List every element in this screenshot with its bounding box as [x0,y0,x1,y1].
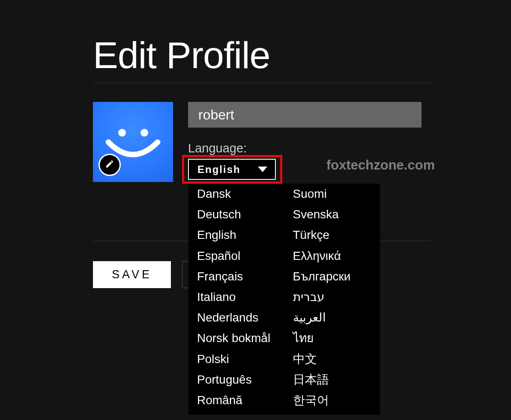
language-option[interactable]: Ελληνικά [284,246,380,266]
language-option[interactable]: 日本語 [284,369,380,390]
language-option[interactable]: English [188,225,284,245]
pencil-icon [105,159,114,170]
caret-down-icon [258,167,267,172]
edit-avatar-button[interactable] [99,154,121,176]
language-option[interactable]: ไทย [284,328,380,349]
language-option[interactable]: Português [188,369,284,390]
language-option[interactable]: Türkçe [284,225,380,245]
language-option[interactable]: Български [284,266,380,287]
language-option[interactable]: Nederlands [188,307,284,328]
language-option[interactable]: Français [188,266,284,287]
profile-name-input[interactable] [188,102,421,128]
language-option[interactable]: 中文 [284,349,380,369]
language-option[interactable]: Español [188,246,284,266]
watermark-text: foxtechzone.com [326,158,435,173]
language-dropdown[interactable]: DanskDeutschEnglishEspañolFrançaisItalia… [188,184,380,415]
save-button[interactable]: SAVE [93,261,171,288]
language-option[interactable]: Svenska [284,204,380,225]
language-select[interactable]: English [188,159,276,180]
language-label: Language: [188,141,428,155]
language-option[interactable]: Dansk [188,184,284,204]
language-option[interactable]: Suomi [284,184,380,204]
language-option[interactable]: Norsk bokmål [188,328,284,349]
page-title: Edit Profile [93,36,431,83]
language-option[interactable]: Polski [188,349,284,369]
language-option[interactable]: العربية [284,307,380,328]
language-option[interactable]: Română [188,390,284,411]
language-option[interactable]: 한국어 [284,390,380,411]
language-option[interactable]: Deutsch [188,204,284,225]
language-option[interactable]: Italiano [188,287,284,307]
language-option[interactable]: עברית [284,287,380,307]
language-select-value: English [197,164,241,176]
